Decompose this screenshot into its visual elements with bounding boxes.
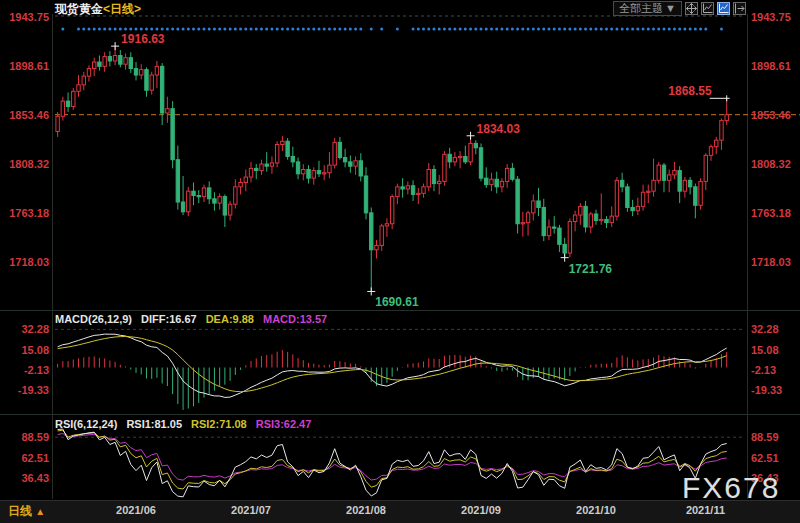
macd-diff-value: DIFF:16.67: [141, 313, 197, 325]
chart-scale-active-icon[interactable]: [717, 2, 730, 15]
pan-move-icon[interactable]: [685, 2, 698, 15]
symbol-title: 现货黄金<日线>: [55, 1, 141, 18]
rsi3-value: RSI3:62.47: [256, 418, 312, 430]
theme-select-button[interactable]: 全部主题▼: [613, 1, 682, 16]
chart-scale-icon[interactable]: [701, 2, 714, 15]
rsi2-value: RSI2:71.08: [191, 418, 247, 430]
fx678-watermark: FX678: [682, 471, 780, 505]
symbol-name: 现货黄金: [55, 2, 103, 16]
chart-canvas[interactable]: [0, 0, 800, 523]
period-selector-label: 日线: [8, 504, 32, 518]
time-axis-bar: [0, 500, 800, 523]
period-tag: <日线>: [103, 2, 141, 16]
chart-app: 现货黄金<日线> 全部主题▼ MACD(26,12,9)DIFF:1: [0, 0, 800, 523]
header-toolbar: 全部主题▼: [613, 1, 746, 16]
theme-select-label: 全部主题: [619, 2, 663, 15]
macd-dea-value: DEA:9.88: [206, 313, 254, 325]
macd-title: MACD(26,12,9): [55, 313, 132, 325]
triangle-up-icon: ▲: [35, 506, 45, 517]
macd-panel-header: MACD(26,12,9)DIFF:16.67DEA:9.88MACD:13.5…: [55, 313, 336, 325]
rsi-title: RSI(6,12,24): [55, 418, 117, 430]
period-selector[interactable]: 日线 ▲: [8, 503, 45, 520]
rsi1-value: RSI1:81.05: [126, 418, 182, 430]
chevron-down-icon: ▼: [665, 2, 676, 15]
macd-macd-value: MACD:13.57: [263, 313, 327, 325]
shift-right-icon[interactable]: [733, 2, 746, 15]
rsi-panel-header: RSI(6,12,24)RSI1:81.05RSI2:71.08RSI3:62.…: [55, 418, 320, 430]
